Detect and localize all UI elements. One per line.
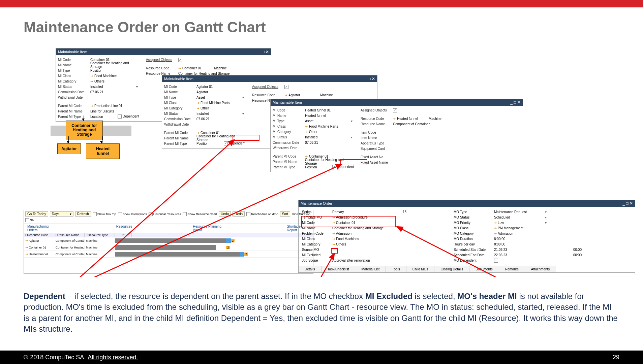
val-micat[interactable]: ➜Others bbox=[90, 79, 139, 84]
hier-heated-funnel: Heated funnel bbox=[86, 143, 120, 159]
lbl-miname: MI Name bbox=[58, 63, 88, 67]
gantt-bar-blue bbox=[226, 238, 231, 243]
tab-resources[interactable]: Resources bbox=[116, 225, 132, 232]
gantt-bar-grey bbox=[115, 245, 216, 250]
lbl-rc: Resource Code bbox=[146, 66, 176, 70]
days-dropdown[interactable]: Days▾ bbox=[50, 211, 73, 217]
page-title: Maintenance Order on Gantt Chart bbox=[24, 19, 643, 36]
divider bbox=[24, 42, 619, 42]
gantt-chart: Go To Today Days▾ Refresh Show Tool Tip … bbox=[24, 210, 313, 274]
tab-planning[interactable]: Resource Planning Board bbox=[193, 225, 226, 232]
lbl-micode: MI Code bbox=[58, 58, 88, 62]
window-controls[interactable]: _ □ ✕ bbox=[365, 76, 375, 81]
window-title: Maintainable Item bbox=[273, 100, 302, 104]
gantt-row[interactable]: ➜ Heated funnel Component of Contair Mac… bbox=[24, 251, 313, 258]
gantt-tabs: Manufacturing Orders Resources Resource … bbox=[24, 224, 313, 233]
tab-child[interactable]: Child MOs bbox=[406, 266, 435, 272]
col-day: 21 bbox=[115, 233, 132, 237]
tab-docs[interactable]: Documents bbox=[469, 266, 499, 272]
interruptions-checkbox[interactable] bbox=[118, 212, 122, 216]
gantt-badge: 2 bbox=[226, 246, 230, 249]
lbl-mitype: MI Type bbox=[58, 69, 88, 72]
footer-rights: All rights reserved. bbox=[88, 354, 138, 361]
page-number: 29 bbox=[613, 354, 619, 361]
lbl-miclass: MI Class bbox=[58, 74, 88, 78]
window-controls[interactable]: _ □ ✕ bbox=[622, 201, 633, 206]
dropdown-icon[interactable]: ▾ bbox=[351, 135, 354, 139]
gantt-row[interactable]: ➜ Agitator Component of Contair Machine … bbox=[24, 237, 313, 244]
window-controls[interactable]: _ □ ✕ bbox=[258, 49, 269, 54]
col-rtype: □Resource Type bbox=[85, 233, 115, 237]
tab-tools[interactable]: Tools bbox=[386, 266, 406, 272]
dependent-checkbox[interactable] bbox=[332, 165, 336, 169]
val-with[interactable] bbox=[90, 97, 139, 98]
arrow-down-icon bbox=[100, 141, 103, 143]
val-ptype[interactable]: LocationDependent bbox=[90, 114, 139, 119]
sh-checkbox[interactable] bbox=[25, 218, 29, 222]
footer: © 2018 CompuTec SA. All rights reserved.… bbox=[0, 351, 643, 364]
val-mistatus[interactable]: Installed▾ bbox=[90, 85, 139, 89]
resource-chart-checkbox[interactable] bbox=[183, 212, 187, 216]
hier-agitator: Agitator bbox=[57, 143, 81, 154]
lbl-comm: Commission Date bbox=[58, 90, 88, 94]
historical-checkbox[interactable] bbox=[149, 212, 153, 216]
tab-details[interactable]: Details bbox=[299, 266, 322, 272]
tab-remarks[interactable]: Remarks bbox=[499, 266, 525, 272]
gantt-badge: 2 bbox=[231, 239, 235, 242]
gantt-row[interactable]: ➜ Container 01 Container for Heating Mac… bbox=[24, 244, 313, 251]
dependent-checkbox[interactable] bbox=[118, 114, 122, 119]
val-pname[interactable]: Line for Biscuits bbox=[90, 109, 139, 113]
sort-button[interactable]: Sort bbox=[280, 211, 290, 217]
tab-task[interactable]: Task/Checklist bbox=[322, 266, 356, 272]
tab-material[interactable]: Material List bbox=[355, 266, 386, 272]
hier-container: Container for Heating and Storage bbox=[66, 121, 103, 140]
description-text: Dependent – if selected, the resource is… bbox=[24, 291, 619, 335]
window-title: Maintenance Order bbox=[301, 201, 332, 205]
lbl-micat: MI Category bbox=[58, 79, 88, 83]
gantt-toolbar: Go To Today Days▾ Refresh Show Tool Tip … bbox=[24, 210, 313, 224]
val-mitype[interactable]: Position bbox=[90, 69, 139, 73]
lbl-ao: Assigned Objects bbox=[146, 58, 176, 62]
reschedule-checkbox[interactable] bbox=[246, 212, 250, 216]
val-comm[interactable]: 07.06.21 bbox=[90, 90, 139, 94]
tab-attach[interactable]: Attachments bbox=[525, 266, 556, 272]
arrow-icon: ➜ bbox=[90, 74, 93, 78]
dropdown-icon[interactable]: ▾ bbox=[351, 119, 354, 123]
gantt-header: □Resource Code □Resource Name □Resource … bbox=[24, 233, 313, 237]
gantt-badge: 2 bbox=[244, 253, 248, 256]
goto-today-button[interactable]: Go To Today bbox=[25, 211, 48, 217]
dropdown-icon[interactable]: ▾ bbox=[136, 85, 139, 89]
ao-checkbox[interactable] bbox=[393, 108, 397, 112]
window-controls[interactable]: _ □ ✕ bbox=[510, 100, 521, 105]
arrow-icon: ➜ bbox=[178, 66, 181, 70]
val-rc[interactable]: ➜Container 01 bbox=[178, 66, 212, 70]
dropdown-icon[interactable]: ▾ bbox=[242, 112, 245, 115]
undo-button[interactable]: Undo bbox=[219, 211, 231, 217]
ao-checkbox[interactable] bbox=[284, 85, 288, 89]
refresh-button[interactable]: Refresh bbox=[75, 211, 91, 217]
val-mach: Machine bbox=[214, 66, 234, 70]
col-rcode: □Resource Code bbox=[24, 233, 54, 237]
tab-closing[interactable]: Closing Details bbox=[434, 266, 469, 272]
mi-excluded-checkbox[interactable] bbox=[332, 253, 336, 257]
top-red-bar bbox=[0, 0, 643, 7]
content-area: Maintainable Item _ □ ✕ MI CodeContainer… bbox=[24, 48, 619, 277]
dropdown-icon[interactable]: ▾ bbox=[242, 96, 245, 99]
tooltip-checkbox[interactable] bbox=[93, 212, 97, 216]
window-titlebar: Maintainable Item _ □ ✕ bbox=[271, 99, 523, 106]
mo-dependent-checkbox[interactable] bbox=[494, 259, 498, 263]
ao-checkbox[interactable] bbox=[178, 58, 182, 62]
window-title: Maintainable Item bbox=[164, 77, 193, 81]
window-titlebar: Maintenance Order _ □ ✕ bbox=[299, 200, 635, 207]
gantt-bar-blue bbox=[240, 252, 244, 257]
dependent-checkbox[interactable] bbox=[224, 141, 228, 145]
mo-tabs: Details Task/Checklist Material List Too… bbox=[299, 266, 635, 272]
tab-mo[interactable]: Manufacturing Orders bbox=[27, 225, 56, 232]
window-titlebar: Maintainable Item _ □ ✕ bbox=[56, 48, 271, 55]
lbl-mistatus: MI Status bbox=[58, 85, 88, 89]
redo-button[interactable]: Redo bbox=[233, 211, 245, 217]
val-miclass[interactable]: ➜Food Machines bbox=[90, 74, 139, 78]
window-titlebar: Maintainable Item _ □ ✕ bbox=[162, 75, 377, 82]
val-pcode[interactable]: ➜Production Line 01 bbox=[90, 104, 139, 108]
lbl-with: Withdrawal Date bbox=[58, 96, 88, 99]
